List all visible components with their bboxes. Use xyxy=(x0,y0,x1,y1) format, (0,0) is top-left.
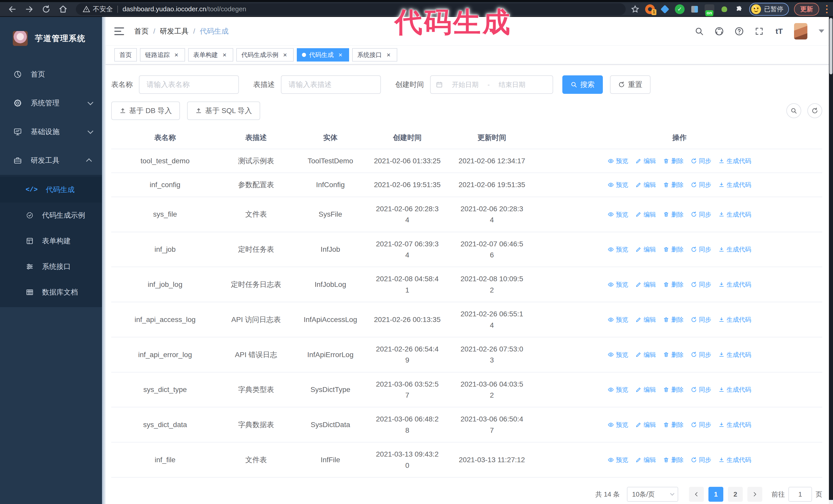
import-sql-button[interactable]: 基于 SQL 导入 xyxy=(187,101,260,120)
sync-link[interactable]: 同步 xyxy=(691,385,711,394)
help-icon[interactable] xyxy=(734,26,744,37)
sidebar-item-form-builder[interactable]: 表单构建 xyxy=(0,228,102,254)
header-search-icon[interactable] xyxy=(694,26,704,37)
sidebar-item-codegen[interactable]: </> 代码生成 xyxy=(0,177,102,202)
start-date-input[interactable] xyxy=(446,81,484,89)
sidebar-item-devtools[interactable]: 研发工具 xyxy=(0,146,102,175)
extension-check-icon[interactable]: ✓ xyxy=(675,4,685,14)
end-date-input[interactable] xyxy=(493,81,531,89)
close-icon[interactable] xyxy=(173,51,180,58)
edit-link[interactable]: 编辑 xyxy=(635,350,656,359)
browser-back-button[interactable] xyxy=(7,4,18,15)
font-size-icon[interactable]: tT xyxy=(774,26,784,37)
tab-home[interactable]: 首页 xyxy=(114,48,137,62)
generate-code-link[interactable]: 生成代码 xyxy=(718,420,751,429)
extension-key-icon[interactable] xyxy=(719,4,729,14)
browser-update-button[interactable]: 更新 xyxy=(794,3,819,16)
delete-link[interactable]: 删除 xyxy=(663,180,684,189)
breadcrumb-home[interactable]: 首页 xyxy=(134,26,149,36)
sync-link[interactable]: 同步 xyxy=(691,280,711,289)
sync-link[interactable]: 同步 xyxy=(691,210,711,219)
sidebar-item-system[interactable]: 系统管理 xyxy=(0,89,102,117)
sidebar-item-system-api[interactable]: 系统接口 xyxy=(0,254,102,280)
edit-link[interactable]: 编辑 xyxy=(635,210,656,219)
tab-form-builder[interactable]: 表单构建 xyxy=(188,48,233,62)
tab-codegen-demo[interactable]: 代码生成示例 xyxy=(236,48,294,62)
address-bar[interactable]: 不安全 dashboard.yudao.iocoder.cn /tool/cod… xyxy=(76,3,626,15)
sidebar-logo[interactable]: 芋道管理系统 xyxy=(0,17,102,60)
sidebar-scrollbar[interactable] xyxy=(102,17,105,504)
preview-link[interactable]: 预览 xyxy=(608,245,628,254)
page-size-select[interactable]: 10条/页 xyxy=(627,487,678,502)
github-icon[interactable] xyxy=(714,26,724,37)
preview-link[interactable]: 预览 xyxy=(608,180,628,189)
scrollbar-thumb[interactable] xyxy=(829,18,832,74)
prev-page-button[interactable] xyxy=(689,487,704,502)
page-button-1[interactable]: 1 xyxy=(709,487,723,502)
generate-code-link[interactable]: 生成代码 xyxy=(718,210,751,219)
browser-reload-button[interactable] xyxy=(41,4,52,15)
edit-link[interactable]: 编辑 xyxy=(635,420,656,429)
close-icon[interactable] xyxy=(337,51,344,58)
sidebar-item-db-doc[interactable]: 数据库文档 xyxy=(0,280,102,305)
generate-code-link[interactable]: 生成代码 xyxy=(718,156,751,166)
delete-link[interactable]: 删除 xyxy=(663,385,684,394)
preview-link[interactable]: 预览 xyxy=(608,156,628,166)
page-button-2[interactable]: 2 xyxy=(728,487,743,502)
import-db-button[interactable]: 基于 DB 导入 xyxy=(111,101,180,120)
table-name-input[interactable] xyxy=(139,75,239,94)
sync-link[interactable]: 同步 xyxy=(691,420,711,429)
page-scrollbar[interactable] xyxy=(829,17,833,504)
delete-link[interactable]: 删除 xyxy=(663,156,684,166)
generate-code-link[interactable]: 生成代码 xyxy=(718,455,751,464)
delete-link[interactable]: 删除 xyxy=(663,455,684,464)
delete-link[interactable]: 删除 xyxy=(663,210,684,219)
date-range-picker[interactable]: - xyxy=(430,75,553,94)
preview-link[interactable]: 预览 xyxy=(608,455,628,464)
preview-link[interactable]: 预览 xyxy=(608,210,628,219)
preview-link[interactable]: 预览 xyxy=(608,350,628,359)
reset-button[interactable]: 重置 xyxy=(610,75,650,94)
tab-codegen[interactable]: 代码生成 xyxy=(297,48,349,62)
refresh-table-button[interactable] xyxy=(807,103,822,118)
close-icon[interactable] xyxy=(221,51,228,58)
edit-link[interactable]: 编辑 xyxy=(635,156,656,166)
extension-panels-icon[interactable] xyxy=(690,4,699,14)
sync-link[interactable]: 同步 xyxy=(691,156,711,166)
hamburger-icon[interactable] xyxy=(114,27,124,35)
browser-menu-icon[interactable] xyxy=(824,4,829,15)
toggle-search-button[interactable] xyxy=(786,103,801,118)
extension-gem-icon[interactable] xyxy=(660,4,670,14)
caret-down-icon[interactable] xyxy=(819,29,824,33)
extension-puzzle-icon[interactable] xyxy=(734,4,744,14)
delete-link[interactable]: 删除 xyxy=(663,350,684,359)
close-icon[interactable] xyxy=(281,51,289,58)
extension-colorzilla-icon[interactable]: 1 xyxy=(645,4,655,14)
delete-link[interactable]: 删除 xyxy=(663,315,684,324)
generate-code-link[interactable]: 生成代码 xyxy=(718,245,751,254)
edit-link[interactable]: 编辑 xyxy=(635,280,656,289)
sidebar-item-infra[interactable]: 基础设施 xyxy=(0,117,102,146)
edit-link[interactable]: 编辑 xyxy=(635,455,656,464)
extension-switch-icon[interactable]: on xyxy=(705,4,714,14)
sidebar-item-codegen-demo[interactable]: 代码生成示例 xyxy=(0,202,102,228)
sync-link[interactable]: 同步 xyxy=(691,455,711,464)
breadcrumb-devtools[interactable]: 研发工具 xyxy=(160,26,189,36)
bookmark-star-icon[interactable] xyxy=(630,4,640,14)
user-avatar[interactable] xyxy=(794,23,807,40)
delete-link[interactable]: 删除 xyxy=(663,245,684,254)
edit-link[interactable]: 编辑 xyxy=(635,245,656,254)
table-desc-input[interactable] xyxy=(281,75,381,94)
generate-code-link[interactable]: 生成代码 xyxy=(718,315,751,324)
sidebar-item-home[interactable]: 首页 xyxy=(0,60,102,89)
edit-link[interactable]: 编辑 xyxy=(635,385,656,394)
browser-profile-button[interactable]: 已暂停 xyxy=(749,3,789,16)
generate-code-link[interactable]: 生成代码 xyxy=(718,280,751,289)
goto-page-input[interactable] xyxy=(788,487,812,502)
sync-link[interactable]: 同步 xyxy=(691,350,711,359)
generate-code-link[interactable]: 生成代码 xyxy=(718,385,751,394)
preview-link[interactable]: 预览 xyxy=(608,420,628,429)
preview-link[interactable]: 预览 xyxy=(608,280,628,289)
delete-link[interactable]: 删除 xyxy=(663,280,684,289)
edit-link[interactable]: 编辑 xyxy=(635,315,656,324)
